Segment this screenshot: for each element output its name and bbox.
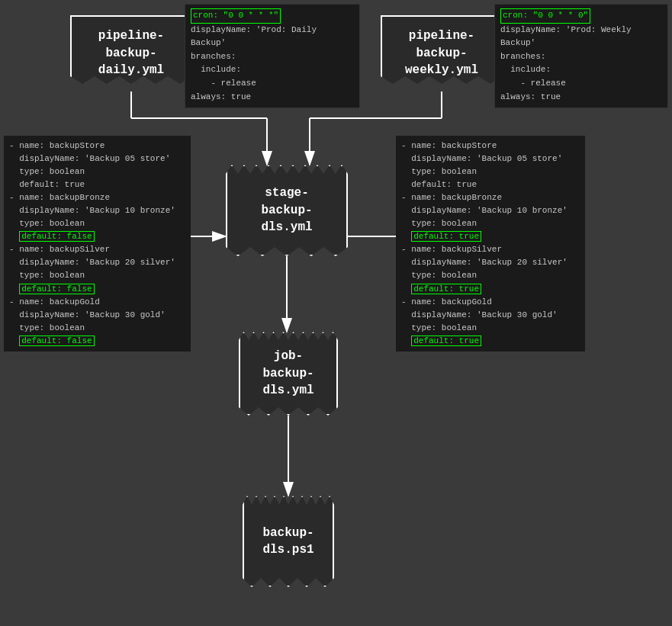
- daily-displayname: displayName: 'Prod: Daily Backup': [191, 24, 354, 50]
- rp-l2: displayName: 'Backup 05 store': [401, 152, 580, 165]
- weekly-release: - release: [500, 77, 662, 91]
- lp-l2: displayName: 'Backup 05 store': [9, 152, 185, 165]
- pipeline-daily-label: pipeline- backup- daily.yml: [98, 27, 164, 79]
- lp-highlight2: default: false: [19, 284, 94, 294]
- pipeline-weekly-label: pipeline- backup- weekly.yml: [405, 27, 478, 79]
- rp-l4: default: true: [401, 178, 580, 191]
- weekly-branches: branches:: [500, 50, 662, 64]
- rp-l1: - name: backupStore: [401, 140, 580, 152]
- lp-l3: type: boolean: [9, 165, 185, 178]
- backup-ps1-node: backup-dls.ps1: [243, 496, 334, 587]
- weekly-cron-value: cron: "0 0 * * 0": [500, 8, 590, 24]
- lp-l7: type: boolean: [9, 217, 185, 230]
- job-backup-label: job-backup-dls.yml: [262, 348, 313, 399]
- lp-l14: displayName: 'Backup 30 gold': [9, 309, 185, 322]
- lp-l12: default: false: [9, 283, 185, 296]
- rp-l12: default: true: [401, 283, 580, 296]
- lp-l9: - name: backupSilver: [9, 243, 185, 256]
- code-weekly-cron: cron: "0 0 * * 0" displayName: 'Prod: We…: [494, 4, 668, 108]
- code-left-params: - name: backupStore displayName: 'Backup…: [4, 136, 191, 352]
- rp-l6: displayName: 'Backup 10 bronze': [401, 204, 580, 217]
- rp-highlight3: default: true: [411, 335, 481, 346]
- daily-branches: branches:: [191, 50, 354, 64]
- rp-l11: type: boolean: [401, 269, 580, 282]
- code-daily-cron: cron: "0 0 * * *" displayName: 'Prod: Da…: [185, 4, 360, 108]
- lp-l13: - name: backupGold: [9, 296, 185, 309]
- rp-l3: type: boolean: [401, 165, 580, 178]
- rp-l15: type: boolean: [401, 322, 580, 335]
- rp-highlight2: default: true: [411, 284, 481, 294]
- stage-backup-node: stage-backup-dls.yml: [226, 165, 348, 256]
- weekly-cron-line1: cron: "0 0 * * 0": [500, 8, 662, 24]
- weekly-displayname: displayName: 'Prod: Weekly Backup': [500, 24, 662, 50]
- lp-l4: default: true: [9, 178, 185, 191]
- daily-release: - release: [191, 77, 354, 91]
- pipeline-weekly-node: pipeline- backup- weekly.yml: [381, 15, 503, 91]
- lp-highlight1: default: false: [19, 231, 94, 242]
- job-backup-node: job-backup-dls.yml: [239, 332, 338, 416]
- code-right-params: - name: backupStore displayName: 'Backup…: [396, 136, 585, 352]
- rp-l7: type: boolean: [401, 217, 580, 230]
- weekly-always: always: true: [500, 91, 662, 104]
- rp-l5: - name: backupBronze: [401, 191, 580, 204]
- lp-l11: type: boolean: [9, 269, 185, 282]
- lp-l16: default: false: [9, 335, 185, 348]
- pipeline-daily-node: pipeline- backup- daily.yml: [70, 15, 192, 91]
- lp-l10: displayName: 'Backup 20 silver': [9, 256, 185, 269]
- lp-l5: - name: backupBronze: [9, 191, 185, 204]
- rp-highlight1: default: true: [411, 231, 481, 242]
- daily-include: include:: [191, 63, 354, 77]
- daily-always: always: true: [191, 91, 354, 104]
- rp-l8: default: true: [401, 230, 580, 243]
- diagram-container: pipeline- backup- daily.yml pipeline- ba…: [0, 0, 672, 626]
- rp-l9: - name: backupSilver: [401, 243, 580, 256]
- rp-l16: default: true: [401, 335, 580, 348]
- rp-l10: displayName: 'Backup 20 silver': [401, 256, 580, 269]
- daily-cron-value: cron: "0 0 * * *": [191, 8, 281, 24]
- backup-ps1-label: backup-dls.ps1: [262, 525, 313, 559]
- lp-l6: displayName: 'Backup 10 bronze': [9, 204, 185, 217]
- lp-l1: - name: backupStore: [9, 140, 185, 152]
- lp-l8: default: false: [9, 230, 185, 243]
- stage-backup-label: stage-backup-dls.yml: [261, 185, 312, 236]
- lp-l15: type: boolean: [9, 322, 185, 335]
- weekly-include: include:: [500, 63, 662, 77]
- rp-l13: - name: backupGold: [401, 296, 580, 309]
- lp-highlight3: default: false: [19, 335, 94, 346]
- rp-l14: displayName: 'Backup 30 gold': [401, 309, 580, 322]
- daily-cron-line1: cron: "0 0 * * *": [191, 8, 354, 24]
